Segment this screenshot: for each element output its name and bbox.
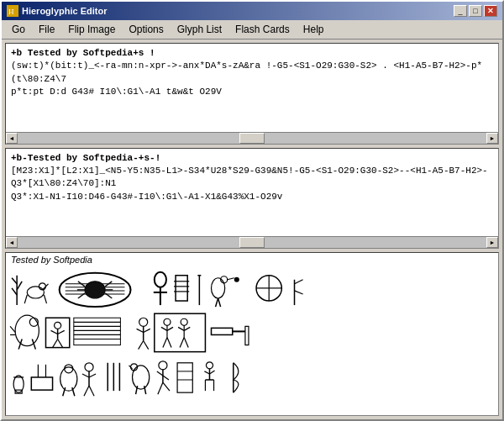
svg-line-3 — [12, 278, 17, 284]
svg-rect-82 — [31, 377, 52, 390]
svg-line-33 — [216, 298, 218, 307]
menu-bar: Go File Flip Image Options Glyph List Fl… — [2, 20, 502, 39]
hieroglyph-svg — [6, 266, 498, 412]
svg-line-5 — [12, 288, 17, 295]
svg-rect-63 — [155, 313, 206, 351]
svg-point-38 — [15, 315, 39, 345]
svg-line-73 — [184, 327, 190, 330]
scroll-thumb-2[interactable] — [239, 237, 265, 248]
image-title: Tested by Softpedia — [6, 253, 498, 266]
svg-point-85 — [60, 367, 77, 391]
svg-line-93 — [84, 386, 89, 396]
svg-point-64 — [164, 318, 171, 325]
svg-point-6 — [27, 287, 44, 298]
title-bar-left: H Hieroglyphic Editor — [7, 5, 107, 17]
svg-point-103 — [159, 361, 167, 370]
svg-point-89 — [85, 363, 93, 371]
window-title: Hieroglyphic Editor — [22, 6, 107, 16]
content-area: +b Tested by Softpedia+s ! (sw:t)*(bit:t… — [2, 39, 502, 419]
scroll-thumb-1[interactable] — [239, 133, 265, 144]
svg-point-23 — [155, 272, 166, 287]
svg-point-70 — [181, 318, 187, 325]
app-icon: H — [7, 5, 18, 17]
scroll-track-1[interactable] — [18, 133, 486, 144]
menu-flip-image[interactable]: Flip Image — [61, 22, 122, 37]
svg-line-68 — [163, 337, 167, 347]
svg-line-62 — [144, 341, 149, 350]
text-content-1[interactable]: +b Tested by Softpedia+s ! (sw:t)*(bit:t… — [6, 44, 498, 132]
svg-line-124 — [295, 280, 303, 284]
svg-rect-26 — [176, 276, 187, 301]
svg-line-105 — [157, 371, 163, 376]
svg-rect-76 — [212, 328, 233, 334]
svg-line-94 — [89, 386, 94, 396]
svg-line-91 — [82, 374, 89, 377]
menu-glyph-list[interactable]: Glyph List — [171, 22, 228, 37]
svg-line-36 — [228, 278, 234, 280]
svg-point-45 — [55, 322, 61, 329]
scrollbar-h-2: ◄ ► — [6, 236, 498, 248]
svg-text:H: H — [8, 8, 14, 16]
text-line-2-1: +b-Tested by Softpedia-+s-! — [11, 152, 493, 165]
scroll-right-1[interactable]: ► — [486, 133, 498, 144]
svg-line-74 — [180, 337, 184, 347]
svg-line-4 — [17, 282, 22, 290]
title-buttons: _ □ ✕ — [454, 5, 497, 17]
menu-help[interactable]: Help — [297, 22, 331, 37]
svg-point-32 — [212, 278, 225, 298]
svg-line-114 — [204, 371, 209, 374]
scroll-left-2[interactable]: ◄ — [6, 237, 18, 248]
svg-line-49 — [53, 339, 58, 348]
svg-line-107 — [158, 382, 163, 394]
svg-point-86 — [65, 365, 73, 373]
svg-line-42 — [10, 326, 15, 332]
main-window: H Hieroglyphic Editor _ □ ✕ Go File Flip… — [0, 0, 504, 421]
svg-line-106 — [163, 376, 169, 380]
text-content-2[interactable]: +b-Tested by Softpedia-+s-! [M23:X1]*[L2… — [6, 149, 498, 237]
text-line-1-1: +b Tested by Softpedia+s ! — [11, 47, 493, 60]
text-line-2-3: Q3*:X1-N1-I10:D46-G43#-I10\:G1\-A1-X1&G4… — [11, 191, 493, 203]
scroll-right-2[interactable]: ► — [486, 237, 498, 248]
svg-line-60 — [144, 329, 150, 332]
maximize-button[interactable]: □ — [469, 5, 482, 17]
svg-line-50 — [58, 339, 63, 348]
svg-line-115 — [209, 371, 214, 374]
svg-point-37 — [234, 277, 239, 282]
svg-line-9 — [44, 295, 46, 303]
svg-line-67 — [167, 327, 173, 330]
svg-line-72 — [178, 327, 184, 330]
text-line-1-3: p*t:pt D:d G43# I10\:G1\-A1 t&w&t O29V — [11, 86, 493, 98]
menu-go[interactable]: Go — [5, 22, 32, 37]
svg-point-98 — [133, 366, 150, 389]
hieroglyph-area — [6, 266, 498, 412]
scroll-track-2[interactable] — [18, 237, 486, 248]
text-line-1-2: (sw:t)*(bit:t)_<-ra-mn:n-xpr->-anx*DA*s-… — [11, 60, 493, 86]
svg-line-48 — [58, 330, 65, 334]
svg-point-57 — [139, 318, 148, 326]
text-line-2-2: [M23:X1]*[L2:X1]_<N5-Y5:N35-L1>-S34*U28*… — [11, 165, 493, 191]
svg-line-61 — [139, 341, 144, 350]
svg-line-47 — [51, 330, 58, 334]
svg-point-16 — [85, 282, 105, 298]
menu-flash-cards[interactable]: Flash Cards — [228, 22, 297, 37]
text-panel-1: +b Tested by Softpedia+s ! (sw:t)*(bit:t… — [5, 43, 499, 145]
svg-line-59 — [137, 329, 144, 332]
scroll-left-1[interactable]: ◄ — [6, 133, 18, 144]
minimize-button[interactable]: _ — [454, 5, 467, 17]
svg-line-8 — [24, 295, 27, 303]
svg-rect-78 — [245, 326, 249, 345]
scrollbar-h-1: ◄ ► — [6, 132, 498, 144]
svg-line-92 — [89, 374, 96, 377]
svg-line-125 — [295, 291, 303, 294]
menu-file[interactable]: File — [32, 22, 61, 37]
svg-line-34 — [218, 298, 221, 307]
title-bar: H Hieroglyphic Editor _ □ ✕ — [2, 2, 502, 20]
svg-point-112 — [206, 362, 213, 369]
close-button[interactable]: ✕ — [484, 5, 497, 17]
svg-rect-109 — [177, 363, 192, 392]
svg-line-69 — [167, 337, 171, 347]
menu-options[interactable]: Options — [122, 22, 170, 37]
image-panel: Tested by Softpedia — [5, 252, 499, 416]
svg-line-108 — [163, 382, 170, 391]
text-panel-2: +b-Tested by Softpedia-+s-! [M23:X1]*[L2… — [5, 148, 499, 250]
